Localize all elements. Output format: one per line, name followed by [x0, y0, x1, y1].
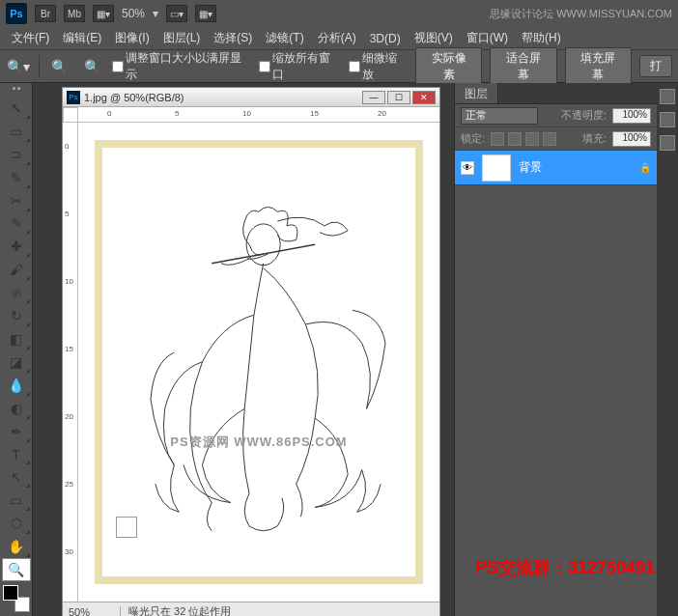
- foreground-color-swatch[interactable]: [3, 585, 18, 601]
- color-swatches[interactable]: [3, 585, 30, 612]
- menu-edit[interactable]: 编辑(E): [59, 28, 105, 48]
- fill-screen-button[interactable]: 填充屏幕: [565, 47, 632, 86]
- resize-window-checkbox[interactable]: 调整窗口大小以满屏显示: [112, 50, 251, 83]
- collapsed-panel-1-icon[interactable]: [660, 89, 675, 104]
- move-tool[interactable]: ↖: [2, 97, 31, 120]
- minibridge-button[interactable]: Mb: [64, 5, 85, 22]
- ruler-origin[interactable]: [63, 107, 78, 123]
- document-titlebar[interactable]: Ps 1.jpg @ 50%(RGB/8) — ☐ ✕: [63, 88, 439, 107]
- zoom-out-icon[interactable]: 🔍: [79, 56, 104, 77]
- menu-analysis[interactable]: 分析(A): [314, 28, 360, 48]
- menu-view[interactable]: 视图(V): [410, 28, 457, 48]
- lock-pixels-icon[interactable]: [508, 132, 522, 146]
- seal-stamp: [116, 517, 137, 538]
- lasso-tool[interactable]: ⊃: [2, 143, 31, 166]
- shape-tool[interactable]: ▭: [2, 489, 31, 512]
- visibility-toggle-icon[interactable]: 👁: [461, 161, 474, 175]
- options-bar: 🔍▾ 🔍 🔍 调整窗口大小以满屏显示 缩放所有窗口 细微缩放 实际像素 适合屏幕…: [0, 50, 678, 83]
- marquee-tool[interactable]: ▭: [2, 120, 31, 143]
- collapsed-panel-icons: [657, 83, 678, 616]
- tab-layers[interactable]: 图层: [455, 83, 498, 103]
- zoom-level-select[interactable]: 50%: [122, 7, 145, 20]
- zoom-all-checkbox[interactable]: 缩放所有窗口: [259, 50, 341, 83]
- doc-ps-icon: Ps: [67, 91, 80, 104]
- layer-name-label[interactable]: 背景: [519, 159, 632, 176]
- arrange-button[interactable]: ▭▾: [166, 5, 187, 22]
- document-window: Ps 1.jpg @ 50%(RGB/8) — ☐ ✕ 0 5 10 15 20: [62, 87, 440, 616]
- fit-screen-button[interactable]: 适合屏幕: [490, 47, 556, 86]
- branding-text: 思缘设计论坛 WWW.MISSYUAN.COM: [490, 7, 672, 21]
- menu-layer[interactable]: 图层(L): [159, 28, 205, 48]
- eraser-tool[interactable]: ◧: [2, 327, 31, 350]
- overlay-qq-group-text: PS交流群：312750491: [475, 556, 655, 579]
- document-title: 1.jpg @ 50%(RGB/8): [84, 92, 362, 103]
- menu-3d[interactable]: 3D(D): [366, 30, 405, 47]
- menu-window[interactable]: 窗口(W): [463, 28, 512, 48]
- ps-logo-icon: Ps: [6, 3, 27, 24]
- minimize-button[interactable]: —: [362, 91, 385, 104]
- panel-area: 图层 正常 不透明度: 100% 锁定: 填充: 100%: [454, 83, 678, 616]
- opacity-field[interactable]: 100%: [612, 108, 651, 124]
- document-area: Ps 1.jpg @ 50%(RGB/8) — ☐ ✕ 0 5 10 15 20: [33, 83, 454, 616]
- lock-label: 锁定:: [461, 131, 485, 146]
- menu-filter[interactable]: 滤镜(T): [262, 28, 307, 48]
- canvas-viewport[interactable]: PS资源网 WWW.86PS.COM: [78, 123, 439, 602]
- opacity-label: 不透明度:: [561, 108, 607, 123]
- dodge-tool[interactable]: ◐: [2, 397, 31, 420]
- hand-tool[interactable]: ✋: [2, 535, 31, 558]
- type-tool[interactable]: T: [2, 443, 31, 466]
- workspace: ↖ ▭ ⊃ ✎ ✂ ✎ ✚ 🖌 ⎚ ↻ ◧ ◪ 💧 ◐ ✒ T ↖ ▭ ⬡ ✋ …: [0, 83, 678, 616]
- ruler-horizontal[interactable]: 0 5 10 15 20: [78, 107, 439, 123]
- layer-list: 👁 背景 🔒: [455, 151, 657, 616]
- history-brush-tool[interactable]: ↻: [2, 304, 31, 327]
- menu-help[interactable]: 帮助(H): [518, 28, 565, 48]
- layer-thumbnail[interactable]: [482, 154, 511, 182]
- menu-image[interactable]: 图像(I): [111, 28, 153, 48]
- status-zoom-field[interactable]: 50%: [63, 606, 121, 617]
- ruler-vertical[interactable]: 0 5 10 15 20 25 30: [63, 123, 78, 602]
- menu-select[interactable]: 选择(S): [210, 28, 256, 48]
- crop-tool[interactable]: ✂: [2, 189, 31, 212]
- stamp-tool[interactable]: ⎚: [2, 281, 31, 304]
- 3d-tool[interactable]: ⬡: [2, 512, 31, 535]
- lock-transparency-icon[interactable]: [491, 132, 504, 146]
- healing-tool[interactable]: ✚: [2, 235, 31, 258]
- blur-tool[interactable]: 💧: [2, 374, 31, 397]
- lock-icon: 🔒: [639, 162, 651, 174]
- app-header: Ps Br Mb ▦▾ 50% ▾ ▭▾ ▦▾ 思缘设计论坛 WWW.MISSY…: [0, 0, 678, 27]
- canvas: PS资源网 WWW.86PS.COM: [95, 140, 423, 584]
- blend-mode-select[interactable]: 正常: [461, 107, 538, 125]
- collapsed-panel-3-icon[interactable]: [660, 135, 675, 151]
- quick-select-tool[interactable]: ✎: [2, 166, 31, 189]
- menu-file[interactable]: 文件(F): [8, 28, 53, 48]
- watermark-text: PS资源网 WWW.86PS.COM: [102, 434, 415, 451]
- zoom-tool-icon: 🔍▾: [6, 56, 31, 77]
- zoom-tool[interactable]: 🔍: [2, 558, 31, 581]
- artwork-line-drawing: [102, 148, 415, 576]
- pen-tool[interactable]: ✒: [2, 420, 31, 443]
- screen-mode-button[interactable]: ▦▾: [93, 5, 114, 22]
- document-statusbar: 50% 曝光只在 32 位起作用: [63, 602, 439, 616]
- zoom-dropdown-icon[interactable]: ▾: [153, 7, 158, 20]
- fill-label: 填充:: [582, 131, 607, 146]
- zoom-in-icon[interactable]: 🔍: [47, 56, 72, 77]
- scrubby-zoom-checkbox[interactable]: 细微缩放: [349, 50, 408, 83]
- status-message: 曝光只在 32 位起作用: [121, 604, 239, 616]
- lock-all-icon[interactable]: [543, 132, 556, 146]
- lock-position-icon[interactable]: [525, 132, 539, 146]
- close-button[interactable]: ✕: [412, 91, 436, 104]
- eyedropper-tool[interactable]: ✎: [2, 212, 31, 236]
- actual-pixels-button[interactable]: 实际像素: [415, 47, 482, 86]
- collapsed-panel-2-icon[interactable]: [660, 112, 675, 127]
- panel-tabs: 图层: [455, 83, 657, 104]
- fill-field[interactable]: 100%: [612, 131, 651, 147]
- print-size-button[interactable]: 打: [639, 55, 672, 77]
- layer-item-background[interactable]: 👁 背景 🔒: [455, 151, 657, 185]
- extra-button[interactable]: ▦▾: [195, 5, 216, 22]
- maximize-button[interactable]: ☐: [387, 91, 410, 104]
- tool-palette: ↖ ▭ ⊃ ✎ ✂ ✎ ✚ 🖌 ⎚ ↻ ◧ ◪ 💧 ◐ ✒ T ↖ ▭ ⬡ ✋ …: [0, 83, 33, 616]
- path-select-tool[interactable]: ↖: [2, 465, 31, 489]
- bridge-button[interactable]: Br: [35, 5, 56, 22]
- brush-tool[interactable]: 🖌: [2, 258, 31, 281]
- gradient-tool[interactable]: ◪: [2, 350, 31, 374]
